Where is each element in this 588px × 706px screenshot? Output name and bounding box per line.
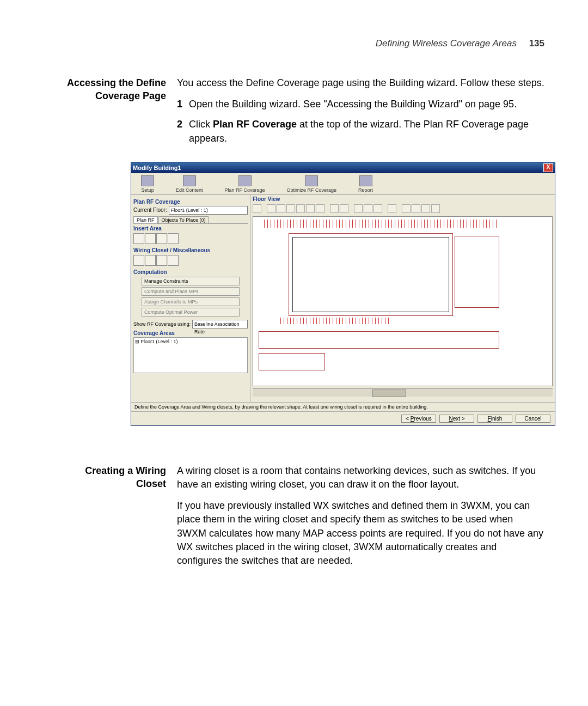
plan-rf-icon xyxy=(238,175,252,186)
finish-button[interactable]: Finish xyxy=(477,415,512,423)
wiring-tool-2[interactable] xyxy=(145,255,156,266)
tool-undo-icon[interactable] xyxy=(330,204,339,213)
running-header-text: Defining Wireless Coverage Areas xyxy=(376,38,517,48)
report-icon xyxy=(359,175,372,186)
next-button[interactable]: Next > xyxy=(439,415,474,423)
group-wiring-closet: Wiring Closet / Miscellaneous xyxy=(133,247,248,253)
tool-rf-3-icon[interactable] xyxy=(421,204,430,213)
wiring-closet-p1: A wiring closet is a room that contains … xyxy=(177,464,544,491)
current-floor-label: Current Floor: xyxy=(133,207,167,213)
manage-constraints-button[interactable]: Manage Constraints xyxy=(142,277,240,285)
group-insert-area: Insert Area xyxy=(133,226,248,232)
tool-layer-3-icon[interactable] xyxy=(373,204,382,213)
tab-optimize-rf-coverage[interactable]: Optimize RF Coverage xyxy=(287,175,337,194)
tool-select-icon[interactable] xyxy=(267,204,275,213)
tab-setup[interactable]: Setup xyxy=(141,175,154,194)
wiring-tool-4[interactable] xyxy=(168,255,179,266)
close-icon[interactable]: X xyxy=(543,163,553,172)
subtab-plan-rf[interactable]: Plan RF xyxy=(133,216,158,223)
horizontal-scrollbar[interactable] xyxy=(253,388,553,397)
tool-redo-icon[interactable] xyxy=(340,204,348,213)
status-hint: Define the Coverage Area and Wiring clos… xyxy=(131,402,555,411)
page-number: 135 xyxy=(529,38,544,48)
left-panel: Plan RF Coverage Current Floor: Floor1 (… xyxy=(131,195,250,402)
wiring-tools xyxy=(133,255,248,266)
tool-print-icon[interactable] xyxy=(316,204,324,213)
tab-plan-rf-coverage[interactable]: Plan RF Coverage xyxy=(225,175,265,194)
tree-expand-icon[interactable]: ⊞ xyxy=(135,339,141,344)
tool-pencil-icon[interactable] xyxy=(253,204,261,213)
cancel-button[interactable]: Cancel xyxy=(516,415,550,423)
intro-paragraph: You access the Define Coverage page usin… xyxy=(177,76,544,90)
insert-tool-2[interactable] xyxy=(145,233,156,244)
insert-tool-4[interactable] xyxy=(168,233,179,244)
tool-layer-2-icon[interactable] xyxy=(364,204,372,213)
show-rf-select[interactable]: Baseline Association Rate xyxy=(192,320,248,328)
step-2: 2 Click Plan RF Coverage at the top of t… xyxy=(177,118,544,145)
tab-edit-content[interactable]: Edit Content xyxy=(176,175,203,194)
insert-area-tools xyxy=(133,233,248,244)
step-2-text: Click Plan RF Coverage at the top of the… xyxy=(189,118,544,145)
subtab-objects-to-place[interactable]: Objects To Place (0) xyxy=(158,216,209,223)
group-computation: Computation xyxy=(133,269,248,275)
step-1-text: Open the Building wizard. See "Accessing… xyxy=(189,98,544,111)
tool-zoom-out-icon[interactable] xyxy=(296,204,305,213)
tool-zoom-icon[interactable] xyxy=(277,204,285,213)
group-plan-rf: Plan RF Coverage xyxy=(133,199,248,205)
edit-content-icon xyxy=(183,175,196,186)
tool-rf-4-icon[interactable] xyxy=(431,204,440,213)
window-title: Modify Building1 xyxy=(133,165,181,171)
setup-icon xyxy=(141,175,154,186)
step-1-number: 1 xyxy=(177,98,189,111)
wiring-tool-1[interactable] xyxy=(133,255,144,266)
tool-layer-1-icon[interactable] xyxy=(354,204,363,213)
show-rf-label: Show RF Coverage using: xyxy=(133,321,191,327)
tool-fit-icon[interactable] xyxy=(306,204,315,213)
tool-rf-2-icon[interactable] xyxy=(412,204,420,213)
optimize-rf-icon xyxy=(305,175,318,186)
wizard-screenshot: Modify Building1 X Setup Edit Content Pl… xyxy=(131,162,555,426)
floor-view-toolbar xyxy=(250,203,555,214)
side-heading-wiring-closet: Creating a Wiring Closet xyxy=(44,464,177,575)
assign-channels-button[interactable]: Assign Channels to MPs xyxy=(142,297,240,306)
scrollbar-thumb[interactable] xyxy=(372,389,406,397)
compute-optimal-power-button[interactable]: Compute Optimal Power xyxy=(142,308,240,317)
floor-view-heading: Floor View xyxy=(250,195,555,203)
running-header: Defining Wireless Coverage Areas 135 xyxy=(44,38,544,49)
current-floor-select[interactable]: Floor1 (Level : 1) xyxy=(169,206,248,215)
insert-tool-1[interactable] xyxy=(133,233,144,244)
window-titlebar[interactable]: Modify Building1 X xyxy=(131,162,555,173)
compute-place-mps-button[interactable]: Compute and Place MPs xyxy=(142,287,240,296)
step-1: 1 Open the Building wizard. See "Accessi… xyxy=(177,98,544,111)
side-heading-accessing: Accessing the Define Coverage Page xyxy=(44,76,177,152)
tree-floor-item[interactable]: Floor1 (Level : 1) xyxy=(141,339,178,344)
building-outline xyxy=(289,233,453,316)
tab-report[interactable]: Report xyxy=(358,175,373,194)
step-2-number: 2 xyxy=(177,118,189,145)
coverage-areas-tree[interactable]: ⊞ Floor1 (Level : 1) xyxy=(133,337,248,373)
insert-tool-3[interactable] xyxy=(156,233,167,244)
wiring-closet-p2: If you have previously installed WX swit… xyxy=(177,499,544,568)
tool-zoom-in-icon[interactable] xyxy=(286,204,295,213)
floor-plan-canvas[interactable] xyxy=(253,216,553,386)
group-coverage-areas: Coverage Areas xyxy=(133,330,248,336)
tool-rf-1-icon[interactable] xyxy=(402,204,411,213)
right-panel: Floor View xyxy=(250,195,555,402)
previous-button[interactable]: < Previous xyxy=(401,415,436,423)
wiring-tool-3[interactable] xyxy=(156,255,167,266)
tool-signal-icon[interactable] xyxy=(388,204,396,213)
